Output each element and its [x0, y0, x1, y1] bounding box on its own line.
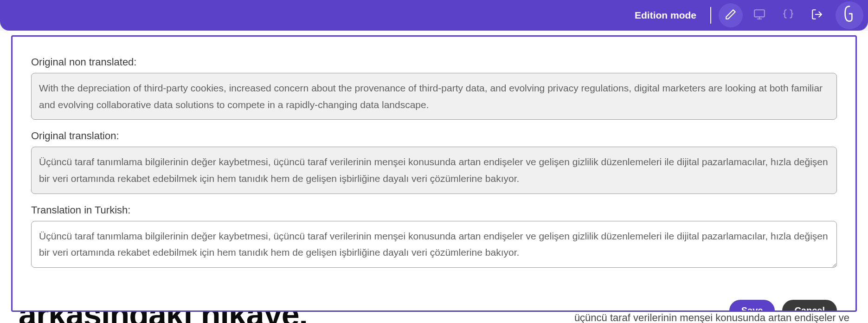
cancel-button[interactable]: Cancel	[782, 300, 837, 312]
app-logo-button[interactable]	[836, 1, 863, 29]
modal-footer: Save Cancel	[729, 300, 855, 312]
translation-modal: Original non translated: Original transl…	[11, 35, 857, 312]
top-toolbar: Edition mode	[0, 0, 868, 31]
original-nontranslated-label: Original non translated:	[31, 56, 837, 68]
original-translation-label: Original translation:	[31, 130, 837, 142]
translation-turkish-block: Translation in Turkish:	[31, 204, 837, 270]
modal-scroll-area[interactable]: Original non translated: Original transl…	[13, 37, 855, 310]
edition-mode-label: Edition mode	[635, 10, 696, 21]
monitor-icon	[753, 8, 765, 22]
svg-rect-0	[754, 10, 765, 17]
save-button[interactable]: Save	[729, 300, 775, 312]
original-nontranslated-textarea	[31, 73, 837, 120]
exit-icon	[811, 8, 823, 22]
original-translation-block: Original translation:	[31, 130, 837, 195]
original-nontranslated-block: Original non translated:	[31, 56, 837, 122]
preview-mode-button[interactable]	[747, 3, 772, 27]
toolbar-divider	[710, 7, 711, 24]
original-translation-textarea	[31, 147, 837, 194]
exit-button[interactable]	[805, 3, 829, 27]
code-mode-button[interactable]	[776, 3, 800, 27]
app-logo-icon	[842, 5, 857, 26]
edit-mode-button[interactable]	[719, 3, 743, 27]
pencil-icon	[725, 8, 737, 22]
translation-turkish-label: Translation in Turkish:	[31, 204, 837, 216]
translation-turkish-textarea[interactable]	[31, 221, 837, 268]
background-subtext-fragment: üçüncü taraf verilerinin menşei konusund…	[574, 312, 849, 323]
braces-icon	[782, 8, 794, 22]
